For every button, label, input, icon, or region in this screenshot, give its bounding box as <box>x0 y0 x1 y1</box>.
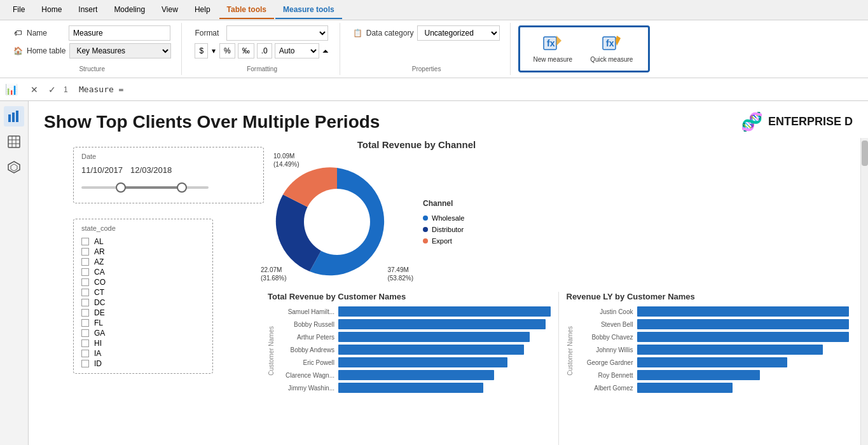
ribbon: File Home Insert Modeling View Help Tabl… <box>0 0 868 78</box>
accept-formula-button[interactable]: ✓ <box>46 83 59 96</box>
state-checkbox-al[interactable] <box>81 238 89 245</box>
bar-label-2: Arthur Peters <box>277 334 334 341</box>
bar-fill-0 <box>338 306 551 317</box>
right-bar-label-1: Steven Bell <box>576 321 633 328</box>
slider-left-thumb[interactable] <box>116 182 126 193</box>
bar-chart-left: Total Revenue by Customer Names Customer… <box>258 292 556 445</box>
svg-text:fx: fx <box>606 38 614 48</box>
bar-chart-sidebar-icon: 📊 <box>5 83 18 95</box>
enterprise-text: ENTERPRISE D <box>768 115 853 128</box>
state-label-az: AZ <box>94 257 104 266</box>
date-slider[interactable] <box>81 180 209 195</box>
bar-fill-4 <box>338 357 507 367</box>
name-input[interactable] <box>69 25 170 41</box>
sidebar-item-report[interactable] <box>4 106 24 127</box>
auto-select[interactable]: Auto <box>275 43 319 58</box>
home-table-select[interactable]: Key Measures <box>69 43 171 58</box>
state-item-co[interactable]: CO <box>81 278 205 287</box>
state-checkbox-co[interactable] <box>81 278 89 286</box>
svg-rect-7 <box>12 113 15 122</box>
currency-button[interactable]: $ <box>195 43 208 58</box>
bar-row-5: Clarence Wagn... <box>277 370 551 380</box>
format-label: Format <box>195 29 219 38</box>
sidebar-item-table[interactable] <box>4 132 24 152</box>
state-checkbox-ia[interactable] <box>81 350 89 357</box>
state-label-ar: AR <box>94 247 105 256</box>
tab-table-tools[interactable]: Table tools <box>219 1 274 19</box>
sidebar-item-model[interactable] <box>4 157 24 177</box>
state-checkbox-az[interactable] <box>81 258 89 266</box>
wholesale-label: Wholesale <box>432 214 464 222</box>
state-item-dc[interactable]: DC <box>81 298 205 307</box>
quick-measure-button[interactable]: fx Quick measure <box>582 32 640 66</box>
state-label-hi: HI <box>94 339 102 348</box>
state-checkbox-de[interactable] <box>81 309 89 317</box>
state-checkbox-ar[interactable] <box>81 248 89 256</box>
new-measure-button[interactable]: fx New measure <box>525 32 580 66</box>
comma-button[interactable]: ‰ <box>238 43 254 58</box>
enterprise-logo: 🧬 ENTERPRISE D <box>741 111 853 132</box>
report-header: Show Top Clients Over Multiple Periods 🧬… <box>29 101 868 137</box>
tab-insert[interactable]: Insert <box>71 1 105 19</box>
state-item-ca[interactable]: CA <box>81 268 205 277</box>
properties-group: 📋 Data category Uncategorized Properties <box>345 23 511 75</box>
percent-button[interactable]: % <box>219 43 235 58</box>
tab-home[interactable]: Home <box>34 1 69 19</box>
bar-fill-2 <box>338 332 530 342</box>
state-checkbox-dc[interactable] <box>81 299 89 306</box>
format-label-row: Format <box>195 25 329 41</box>
bar-label-1: Bobby Russell <box>277 321 334 328</box>
ribbon-tabs: File Home Insert Modeling View Help Tabl… <box>0 0 868 20</box>
new-measure-label: New measure <box>533 56 572 64</box>
state-checkbox-ca[interactable] <box>81 268 89 276</box>
state-checkbox-fl[interactable] <box>81 319 89 327</box>
state-item-id[interactable]: ID <box>81 359 205 368</box>
state-item-de[interactable]: DE <box>81 308 205 317</box>
state-item-ga[interactable]: GA <box>81 329 205 338</box>
formula-input[interactable] <box>79 85 863 94</box>
donut-label-bottom-right: 37.49M(53.82%) <box>387 266 413 282</box>
data-category-icon: 📋 <box>353 29 362 38</box>
legend-item-export: Export <box>423 237 464 245</box>
state-checkbox-ga[interactable] <box>81 329 89 337</box>
state-item-fl[interactable]: FL <box>81 318 205 327</box>
spinner-up[interactable]: ⏶ <box>322 46 329 55</box>
cancel-formula-button[interactable]: ✕ <box>28 83 41 96</box>
legend-title: Channel <box>423 199 464 208</box>
state-checkbox-hi[interactable] <box>81 339 89 347</box>
quick-measure-label: Quick measure <box>590 56 633 64</box>
state-item-ia[interactable]: IA <box>81 349 205 358</box>
tab-modeling[interactable]: Modeling <box>106 1 153 19</box>
bar-label-6: Jimmy Washin... <box>277 385 334 392</box>
state-item-hi[interactable]: HI <box>81 339 205 348</box>
state-label-ga: GA <box>94 329 105 338</box>
donut-label-top: 10.09M(14.49%) <box>273 152 300 168</box>
state-item-al[interactable]: AL <box>81 237 205 246</box>
format-select[interactable] <box>226 25 328 41</box>
tab-file[interactable]: File <box>5 1 32 19</box>
svg-text:fx: fx <box>547 38 555 48</box>
scroll-thumb[interactable] <box>862 140 868 166</box>
right-bar-row-1: Steven Bell <box>576 319 850 329</box>
state-item-az[interactable]: AZ <box>81 257 205 266</box>
scrollbar[interactable] <box>860 138 868 445</box>
state-checkbox-id[interactable] <box>81 360 89 367</box>
state-item-ct[interactable]: CT <box>81 288 205 297</box>
state-label-de: DE <box>94 308 105 317</box>
tab-view[interactable]: View <box>154 1 186 19</box>
tab-help[interactable]: Help <box>187 1 218 19</box>
decrease-decimal-button[interactable]: .0 <box>257 43 272 58</box>
date-filter-box: Date 11/10/2017 12/03/2018 <box>73 147 264 203</box>
data-category-select[interactable]: Uncategorized <box>417 25 500 41</box>
state-checkbox-ct[interactable] <box>81 289 89 296</box>
right-bar-fill-1 <box>637 319 850 329</box>
tab-measure-tools[interactable]: Measure tools <box>275 1 342 19</box>
donut-legend: Channel Wholesale Distributor Export <box>423 199 464 245</box>
distributor-label: Distributor <box>432 226 464 233</box>
right-chart-inner: Customer Names Justin Cook Steven Bell B… <box>567 306 850 395</box>
slider-right-thumb[interactable] <box>177 182 187 193</box>
right-bar-row-4: George Gardner <box>576 357 850 367</box>
donut-svg <box>270 155 404 289</box>
right-bar-fill-3 <box>637 345 823 355</box>
state-item-ar[interactable]: AR <box>81 247 205 256</box>
